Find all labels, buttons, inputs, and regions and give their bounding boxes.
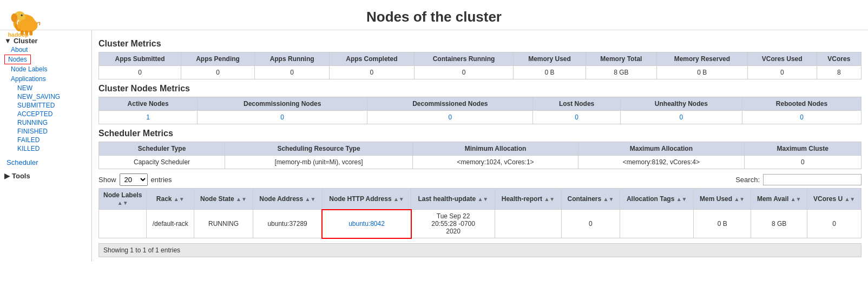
cell-mem-avail: 8 GB: [751, 210, 807, 238]
sort-arrows-node-http-address[interactable]: ▲▼: [393, 196, 404, 202]
sort-arrows-vcores-used[interactable]: ▲▼: [844, 196, 855, 202]
rebooted-nodes-link[interactable]: 0: [800, 113, 804, 121]
cluster-metrics-table: Apps Submitted Apps Pending Apps Running…: [98, 52, 862, 79]
sort-arrows-mem-used[interactable]: ▲▼: [734, 196, 745, 202]
sidebar-item-new[interactable]: NEW: [17, 84, 87, 92]
col-node-http-address: Node HTTP Address ▲▼: [322, 189, 411, 210]
col-health-report: Health-report ▲▼: [495, 189, 561, 210]
svg-point-4: [21, 15, 23, 17]
val-vcores-used: 0: [747, 66, 817, 79]
cluster-metrics-row: 0 0 0 0 0 0 B 8 GB 0 B 0 8: [99, 66, 862, 79]
col-mem-used: Mem Used ▲▼: [694, 189, 751, 210]
scheduler-section: Scheduler: [0, 155, 91, 170]
svg-rect-9: [29, 30, 32, 35]
val-containers-running: 0: [414, 66, 514, 79]
cluster-label: Cluster: [14, 37, 38, 45]
col-containers: Containers ▲▼: [561, 189, 620, 210]
applications-sublinks: NEW NEW_SAVING SUBMITTED ACCEPTED RUNNIN…: [4, 84, 87, 153]
col-decommissioned-nodes: Decommissioned Nodes: [367, 97, 533, 111]
unhealthy-nodes-link[interactable]: 0: [679, 113, 683, 121]
cluster-nodes-metrics-title: Cluster Nodes Metrics: [98, 84, 862, 93]
col-active-nodes: Active Nodes: [99, 97, 198, 111]
showing-info: Showing 1 to 1 of 1 entries: [98, 243, 862, 257]
val-apps-running: 0: [255, 66, 330, 79]
val-active-nodes: 1: [99, 111, 198, 124]
val-memory-used: 0 B: [514, 66, 586, 79]
col-vcores-used: VCores U ▲▼: [807, 189, 862, 210]
cell-rack: /default-rack: [147, 210, 194, 238]
lost-nodes-link[interactable]: 0: [575, 113, 578, 121]
cluster-nodes-metrics-row: 1 0 0 0 0 0: [99, 111, 862, 124]
sidebar-item-applications[interactable]: Applications: [4, 74, 87, 84]
col-memory-total: Memory Total: [586, 52, 656, 66]
sort-arrows-health-report[interactable]: ▲▼: [544, 196, 555, 202]
col-mem-avail: Mem Avail ▲▼: [751, 189, 807, 210]
sort-arrows-rack[interactable]: ▲▼: [174, 196, 185, 202]
sort-arrows-containers[interactable]: ▲▼: [603, 196, 614, 202]
sort-arrows-mem-avail[interactable]: ▲▼: [791, 196, 801, 202]
val-unhealthy-nodes: 0: [620, 111, 742, 124]
val-vcores: 8: [817, 66, 861, 79]
val-maximum-cluster: 0: [744, 156, 861, 169]
sidebar-item-finished[interactable]: FINISHED: [17, 127, 87, 136]
main-content: Cluster Metrics Apps Submitted Apps Pend…: [92, 30, 868, 262]
col-lost-nodes: Lost Nodes: [533, 97, 620, 111]
page-header: Nodes of the cluster: [0, 0, 868, 30]
sidebar-item-about[interactable]: About: [4, 45, 87, 55]
sort-arrows-allocation-tags[interactable]: ▲▼: [676, 196, 687, 202]
cell-allocation-tags: [620, 210, 694, 238]
cell-node-state: RUNNING: [194, 210, 253, 238]
col-memory-reserved: Memory Reserved: [656, 52, 747, 66]
col-apps-submitted: Apps Submitted: [99, 52, 181, 66]
val-rebooted-nodes: 0: [742, 111, 861, 124]
active-nodes-link[interactable]: 1: [146, 113, 150, 121]
svg-point-6: [19, 18, 38, 32]
cluster-arrow-icon: ▼: [4, 37, 11, 45]
val-minimum-allocation: <memory:1024, vCores:1>: [412, 156, 578, 169]
val-scheduler-type: Capacity Scheduler: [99, 156, 225, 169]
sidebar-item-failed[interactable]: FAILED: [17, 136, 87, 144]
svg-point-3: [11, 14, 18, 22]
sidebar-item-scheduler[interactable]: Scheduler: [4, 157, 87, 168]
col-node-state: Node State ▲▼: [194, 189, 253, 210]
val-lost-nodes: 0: [533, 111, 620, 124]
cell-health-report: [495, 210, 561, 238]
logo: hadoop: [5, 5, 43, 38]
col-maximum-cluster: Maximum Cluste: [744, 142, 861, 156]
val-memory-reserved: 0 B: [656, 66, 747, 79]
tools-arrow-icon: ▶: [4, 172, 10, 180]
sidebar-item-node-labels[interactable]: Node Labels: [4, 64, 87, 74]
sidebar-item-accepted[interactable]: ACCEPTED: [17, 110, 87, 118]
cell-node-labels: [99, 210, 147, 238]
sort-arrows-node-labels[interactable]: ▲▼: [117, 200, 128, 206]
sort-arrows-node-state[interactable]: ▲▼: [236, 196, 247, 202]
cluster-toggle[interactable]: ▼ Cluster: [4, 37, 87, 45]
cell-containers: 0: [561, 210, 620, 238]
col-decommissioning-nodes: Decommissioning Nodes: [198, 97, 367, 111]
sidebar: ▼ Cluster About Nodes Node Labels Applic…: [0, 30, 92, 262]
sidebar-item-running[interactable]: RUNNING: [17, 118, 87, 127]
sidebar-item-submitted[interactable]: SUBMITTED: [17, 101, 87, 110]
col-scheduler-type: Scheduler Type: [99, 142, 225, 156]
node-http-address-link[interactable]: ubuntu:8042: [348, 220, 385, 228]
nodes-table: Node Labels▲▼ Rack ▲▼ Node State ▲▼ Node…: [98, 188, 862, 239]
val-scheduling-resource-type: [memory-mb (unit=Mi), vcores]: [225, 156, 413, 169]
col-vcores-used: VCores Used: [747, 52, 817, 66]
tools-section[interactable]: ▶ Tools: [0, 170, 91, 182]
svg-text:hadoop: hadoop: [8, 31, 29, 38]
decommissioning-nodes-link[interactable]: 0: [280, 113, 284, 121]
sidebar-item-new-saving[interactable]: NEW_SAVING: [17, 92, 87, 101]
cell-mem-used: 0 B: [694, 210, 751, 238]
cluster-metrics-title: Cluster Metrics: [98, 39, 862, 49]
col-node-labels: Node Labels▲▼: [99, 189, 147, 210]
sidebar-item-killed[interactable]: KILLED: [17, 144, 87, 153]
sort-arrows-node-address[interactable]: ▲▼: [305, 196, 316, 202]
sidebar-item-nodes[interactable]: Nodes: [4, 55, 31, 64]
scheduler-metrics-table: Scheduler Type Scheduling Resource Type …: [98, 142, 862, 169]
entries-select[interactable]: 20 50 100: [120, 173, 148, 186]
sort-arrows-last-health-update[interactable]: ▲▼: [477, 196, 488, 202]
col-rack: Rack ▲▼: [147, 189, 194, 210]
page-title: Nodes of the cluster: [0, 9, 868, 25]
decommissioned-nodes-link[interactable]: 0: [449, 113, 452, 121]
search-input[interactable]: [763, 174, 862, 185]
